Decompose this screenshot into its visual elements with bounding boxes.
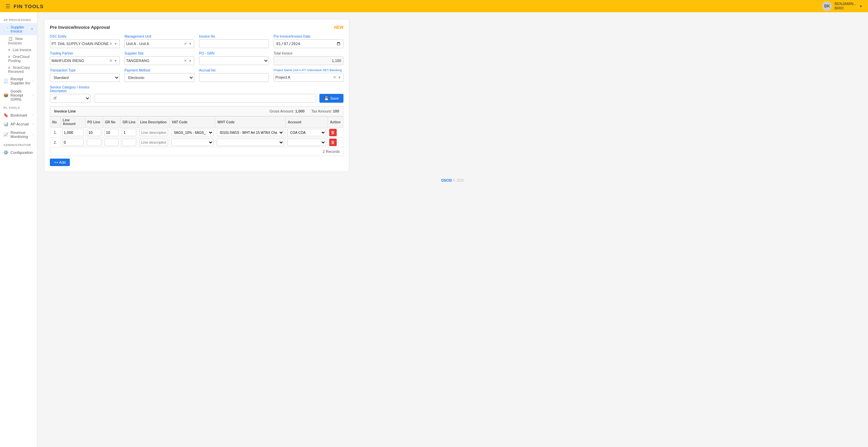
row1-line-amount-input[interactable] [62, 129, 84, 136]
row2-line-desc[interactable] [138, 138, 170, 147]
dsc-entity-clear-btn[interactable]: ✕ [108, 41, 113, 46]
row2-action[interactable]: 🗑 [328, 138, 343, 147]
project-name-input-wrap[interactable]: ✕ ▼ [274, 73, 343, 82]
sidebar-item-supplier-invoice[interactable]: 📄 Supplier Invoice ▼ [0, 23, 37, 35]
row1-line-amount[interactable] [61, 128, 85, 138]
management-unit-input-wrap[interactable]: ✕ ▼ [124, 39, 194, 48]
accrual-no-label: Accrual No [199, 68, 269, 72]
project-name-clear-btn[interactable]: ✕ [332, 75, 337, 80]
trading-partner-input[interactable] [52, 59, 108, 63]
sidebar-item-goods-receipt[interactable]: 📦 Goods Receipt (GRN) › [0, 87, 37, 103]
row1-delete-button[interactable]: 🗑 [329, 129, 337, 136]
sidebar-subitem-onecloud-posting[interactable]: ≡ OneCloud Posting [0, 53, 37, 64]
invoice-line-header: Invoice Line Gross Amount: 1,000 Tax Amo… [50, 106, 343, 116]
po-grn-group: PO - GRN [199, 52, 269, 65]
sidebar-item-bookmark[interactable]: 🔖 Bookmark › [0, 111, 37, 120]
revenue-monitoring-chevron: › [33, 133, 34, 136]
col-wht-code: WHT Code [215, 117, 285, 128]
row1-gr-no-input[interactable] [104, 129, 119, 136]
trading-partner-group: Trading Partner ✕ ▼ [50, 52, 120, 65]
sidebar-section-admin: ADMINISTRATOR [0, 141, 37, 148]
row1-vat-code[interactable]: 6AGS_10% - 6AGS_10% - 10 [170, 128, 215, 138]
row2-gr-no-input[interactable] [104, 139, 119, 146]
supplier-site-input[interactable] [126, 59, 183, 63]
service-category-select[interactable]: IT [50, 94, 91, 103]
row1-gr-line-input[interactable] [122, 129, 136, 136]
row1-po-line-input[interactable] [87, 129, 101, 136]
dsc-entity-dropdown-btn[interactable]: ▼ [113, 42, 118, 46]
management-unit-input[interactable] [126, 42, 183, 46]
configuration-chevron: › [33, 151, 34, 154]
supplier-site-dropdown-btn[interactable]: ▼ [188, 59, 193, 63]
supplier-site-input-wrap[interactable]: ✕ ▼ [124, 56, 194, 65]
row2-po-line-input[interactable] [87, 139, 101, 146]
management-unit-clear-btn[interactable]: ✕ [183, 41, 188, 46]
row1-line-desc-input[interactable] [139, 129, 168, 136]
row2-account[interactable] [285, 138, 328, 147]
row2-line-amount[interactable] [61, 138, 85, 147]
row2-account-select[interactable] [287, 139, 326, 146]
sidebar-subitem-new-invoices[interactable]: 📋 New Invoices [0, 35, 37, 46]
menu-icon[interactable]: ☰ [5, 3, 10, 9]
username: BENJAMIN... [834, 2, 856, 6]
sidebar-item-configuration[interactable]: ⚙️ Configuration › [0, 148, 37, 157]
po-grn-select[interactable] [199, 56, 269, 65]
dsc-entity-label: DSC Entity [50, 35, 120, 38]
trading-partner-dropdown-btn[interactable]: ▼ [113, 59, 118, 63]
row1-gr-no[interactable] [103, 128, 120, 138]
topbar-left: ☰ FIN TOOLS [5, 3, 44, 9]
payment-method-select[interactable]: Electronic [124, 73, 194, 82]
add-line-button[interactable]: + + Add [50, 159, 70, 166]
dsc-entity-input-wrap[interactable]: ✕ ▼ [50, 39, 120, 48]
sidebar-item-receipt-supplier[interactable]: 🧾 Receipt Supplier Inv › [0, 75, 37, 87]
row2-vat-code[interactable] [170, 138, 215, 147]
row1-account[interactable]: COA COA [285, 128, 328, 138]
row1-gr-line[interactable] [120, 128, 138, 138]
row1-vat-code-select[interactable]: 6AGS_10% - 6AGS_10% - 10 [171, 129, 214, 136]
row1-po-line[interactable] [85, 128, 103, 138]
transaction-type-group: Transaction Type Standard [50, 68, 120, 82]
row2-gr-line-input[interactable] [122, 139, 136, 146]
service-category-row: Service Category / Invoice Description I… [50, 85, 343, 103]
row2-wht-code-select[interactable] [217, 139, 284, 146]
sidebar-item-ap-accrual[interactable]: 📊 AP Accrual › [0, 120, 37, 128]
trading-partner-input-wrap[interactable]: ✕ ▼ [50, 56, 120, 65]
row2-wht-code[interactable] [215, 138, 285, 147]
supplier-site-group: Supplier Site ✕ ▼ [124, 52, 194, 65]
accrual-no-input[interactable] [199, 73, 269, 82]
management-unit-dropdown-btn[interactable]: ▼ [188, 42, 193, 46]
row1-account-select[interactable]: COA COA [287, 129, 326, 136]
sidebar-item-revenue-monitoring[interactable]: 📈 Revenue Monitoring › [0, 128, 37, 141]
row2-delete-button[interactable]: 🗑 [329, 139, 337, 146]
dsc-entity-input[interactable] [52, 42, 108, 46]
row2-po-line[interactable] [85, 138, 103, 147]
sidebar-subitem-scancopy-received[interactable]: ≡ ScanCopy Received [0, 64, 37, 75]
project-name-input[interactable] [275, 75, 332, 79]
transaction-type-select[interactable]: Standard [50, 73, 120, 82]
row2-gr-no[interactable] [103, 138, 120, 147]
pre-invoice-date-input[interactable] [274, 39, 343, 48]
form-grid-row3: Transaction Type Standard Payment Method… [50, 68, 343, 82]
trading-partner-clear-btn[interactable]: ✕ [108, 58, 113, 63]
user-menu-chevron[interactable]: ▼ [859, 4, 863, 8]
invoice-description-input[interactable] [94, 94, 316, 103]
row2-line-desc-input[interactable] [139, 139, 168, 146]
invoice-table: No Line Amount PO Line GR No GR Line Lin… [50, 116, 343, 147]
row1-wht-code[interactable]: ID101-5W1S - WHT Art 15 WTAX Charter of … [215, 128, 285, 138]
invoice-description-group: desc [94, 89, 316, 103]
project-name-dropdown-btn[interactable]: ▼ [337, 76, 342, 79]
form-grid-row2: Trading Partner ✕ ▼ Supplier Site ✕ ▼ [50, 52, 343, 65]
row2-line-amount-input[interactable] [62, 139, 84, 146]
row2-gr-line[interactable] [120, 138, 138, 147]
row1-action[interactable]: 🗑 [328, 128, 343, 138]
row1-line-desc[interactable] [138, 128, 170, 138]
supplier-site-clear-btn[interactable]: ✕ [183, 58, 188, 63]
invoice-no-input[interactable] [199, 39, 269, 48]
topbar-right: BK BENJAMIN... BRIO ▼ [822, 1, 863, 11]
row1-wht-code-select[interactable]: ID101-5W1S - WHT Art 15 WTAX Charter of … [217, 129, 284, 136]
sidebar-subitem-list-invoice[interactable]: ≡ List Invoice [0, 46, 37, 53]
payment-method-group: Payment Method Electronic [124, 68, 194, 82]
row2-vat-code-select[interactable] [171, 139, 214, 146]
save-button[interactable]: 💾 Save [319, 94, 343, 103]
total-invoice-group: Total Invoice [274, 52, 343, 65]
